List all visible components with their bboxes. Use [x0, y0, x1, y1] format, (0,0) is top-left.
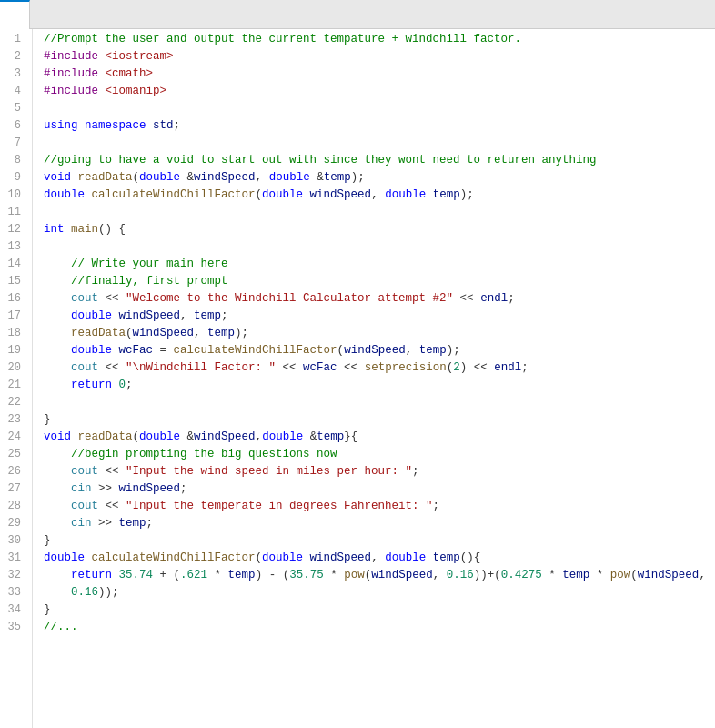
code-line: cout << "Welcome to the Windchill Calcul… — [44, 290, 715, 308]
line-number: 15 — [0, 273, 25, 290]
line-number: 21 — [0, 377, 25, 394]
code-line: cout << "Input the wind speed in miles p… — [44, 463, 715, 480]
editor-container: 1234567891011121314151617181920212223242… — [0, 0, 715, 728]
line-number: 1 — [0, 31, 25, 48]
line-number: 23 — [0, 411, 25, 429]
line-number: 33 — [0, 584, 25, 602]
line-number: 17 — [0, 308, 25, 325]
code-line: #include <iomanip> — [44, 83, 715, 100]
code-line — [44, 135, 715, 152]
code-line: //begin prompting the big questions now — [44, 446, 715, 463]
code-line: #include <iostream> — [44, 48, 715, 66]
code-line: } — [44, 532, 715, 550]
code-line: } — [44, 602, 715, 619]
line-number: 9 — [0, 169, 25, 187]
line-number: 7 — [0, 135, 25, 152]
code-line: return 35.74 + (.621 * temp) - (35.75 * … — [44, 567, 715, 584]
code-line: void readData(double &windSpeed, double … — [44, 169, 715, 187]
line-number: 12 — [0, 221, 25, 238]
code-line: double calculateWindChillFactor(double w… — [44, 550, 715, 567]
line-number: 28 — [0, 498, 25, 515]
line-number: 3 — [0, 66, 25, 83]
code-line: double windSpeed, temp; — [44, 308, 715, 325]
line-number: 30 — [0, 532, 25, 550]
line-number: 24 — [0, 429, 25, 446]
line-number: 18 — [0, 325, 25, 342]
line-number: 13 — [0, 238, 25, 256]
code-line: 0.16)); — [44, 584, 715, 602]
tab-bar — [0, 0, 715, 29]
line-number: 14 — [0, 256, 25, 273]
line-number: 29 — [0, 515, 25, 532]
code-line: //... — [44, 619, 715, 636]
line-number: 2 — [0, 48, 25, 66]
line-number: 19 — [0, 342, 25, 359]
line-number: 10 — [0, 187, 25, 204]
code-line: using namespace std; — [44, 117, 715, 135]
line-number: 32 — [0, 567, 25, 584]
line-number: 25 — [0, 446, 25, 463]
line-number: 20 — [0, 359, 25, 377]
code-line — [44, 100, 715, 117]
line-number: 31 — [0, 550, 25, 567]
line-number: 22 — [0, 394, 25, 411]
line-number: 34 — [0, 602, 25, 619]
code-line: //Prompt the user and output the current… — [44, 31, 715, 48]
line-number: 27 — [0, 480, 25, 498]
code-line: readData(windSpeed, temp); — [44, 325, 715, 342]
code-line: cout << "Input the temperate in degrees … — [44, 498, 715, 515]
code-line — [44, 394, 715, 411]
code-line: int main() { — [44, 221, 715, 238]
new-tab-button[interactable] — [30, 0, 59, 29]
line-number: 26 — [0, 463, 25, 480]
line-number: 16 — [0, 290, 25, 308]
line-number: 8 — [0, 152, 25, 169]
code-line — [44, 204, 715, 221]
code-line: #include <cmath> — [44, 66, 715, 83]
code-line — [44, 238, 715, 256]
code-line: // Write your main here — [44, 256, 715, 273]
code-line: cout << "\nWindchill Factor: " << wcFac … — [44, 359, 715, 377]
code-area: 1234567891011121314151617181920212223242… — [0, 29, 715, 728]
line-numbers: 1234567891011121314151617181920212223242… — [0, 29, 33, 728]
line-number: 6 — [0, 117, 25, 135]
line-number: 4 — [0, 83, 25, 100]
code-line: return 0; — [44, 377, 715, 394]
line-number: 5 — [0, 100, 25, 117]
code-line: double wcFac = calculateWindChillFactor(… — [44, 342, 715, 359]
code-line: //going to have a void to start out with… — [44, 152, 715, 169]
code-line: void readData(double &windSpeed,double &… — [44, 429, 715, 446]
code-line: } — [44, 411, 715, 429]
code-line: double calculateWindChillFactor(double w… — [44, 187, 715, 204]
code-line: cin >> temp; — [44, 515, 715, 532]
line-number: 35 — [0, 619, 25, 636]
code-line: //finally, first prompt — [44, 273, 715, 290]
main-tab[interactable] — [0, 0, 30, 29]
code-line: cin >> windSpeed; — [44, 480, 715, 498]
code-content[interactable]: //Prompt the user and output the current… — [33, 29, 715, 728]
line-number: 11 — [0, 204, 25, 221]
